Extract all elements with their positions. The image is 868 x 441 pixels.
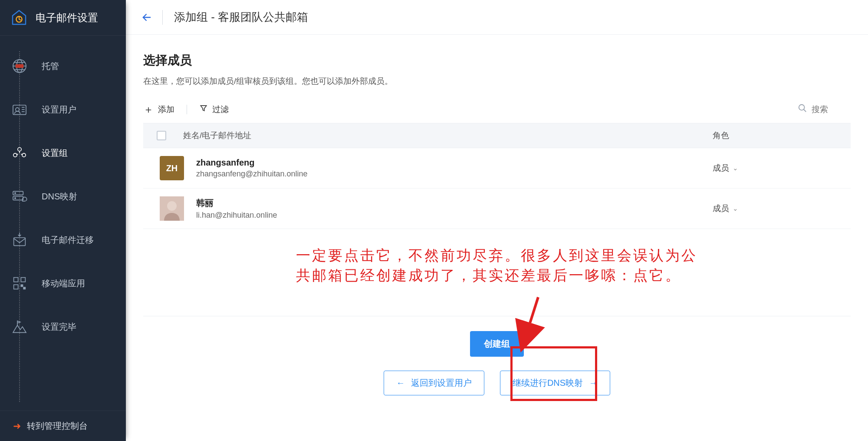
user-info: 韩丽 li.han@zhihuitan.online — [184, 197, 713, 220]
sidebar-item-label: 设置组 — [42, 147, 68, 159]
flag-mountain-icon — [10, 317, 30, 337]
topbar: 添加组 - 客服团队公共邮箱 — [126, 0, 868, 35]
id-card-icon — [10, 99, 30, 119]
server-cloud-icon — [10, 186, 30, 206]
table-header: 姓名/电子邮件地址 角色 — [143, 123, 851, 148]
page-title: 添加组 - 客服团队公共邮箱 — [174, 10, 308, 25]
section-description: 在这里，您可以添加成员/组审核员到该组。您也可以添加外部成员。 — [143, 76, 851, 87]
svg-point-18 — [15, 198, 16, 199]
toolbar-left: ＋ 添加 过滤 — [143, 104, 229, 115]
exit-arrow-icon: ➜ — [13, 421, 21, 432]
search-icon — [798, 103, 807, 115]
chevron-down-icon: ⌄ — [733, 164, 738, 172]
svg-rect-6 — [16, 65, 23, 68]
continue-label: 继续进行DNS映射 — [513, 377, 583, 389]
sidebar-item-label: 移动端应用 — [42, 278, 85, 289]
continue-dns-button[interactable]: 继续进行DNS映射 → — [500, 371, 610, 395]
group-icon — [10, 143, 30, 163]
svg-point-14 — [22, 153, 26, 157]
svg-point-13 — [13, 153, 17, 157]
footer-primary: 创建组 — [143, 316, 851, 365]
globe-icon — [10, 56, 30, 76]
arrow-left-icon: ← — [396, 378, 405, 388]
filter-icon — [199, 104, 208, 115]
svg-rect-24 — [23, 287, 25, 289]
user-name: zhangsanfeng — [196, 158, 713, 168]
main: 添加组 - 客服团队公共邮箱 选择成员 在这里，您可以添加成员/组审核员到该组。… — [126, 0, 868, 441]
toolbar-separator — [187, 105, 187, 114]
plus-icon: ＋ — [143, 104, 154, 115]
user-info: zhangsanfeng zhangsanfeng@zhihuitan.onli… — [184, 158, 713, 179]
user-name: 韩丽 — [196, 197, 713, 209]
role-selector[interactable]: 成员 ⌄ — [713, 203, 843, 214]
brand: 电子邮件设置 — [0, 0, 126, 36]
content: 选择成员 在这里，您可以添加成员/组审核员到该组。您也可以添加外部成员。 ＋ 添… — [126, 35, 868, 441]
select-all-checkbox[interactable] — [151, 131, 172, 140]
column-name: 姓名/电子邮件地址 — [172, 130, 713, 141]
table-row[interactable]: ZH zhangsanfeng zhangsanfeng@zhihuitan.o… — [143, 148, 851, 189]
add-label: 添加 — [158, 104, 174, 115]
svg-rect-23 — [21, 285, 23, 286]
role-label: 成员 — [713, 203, 729, 214]
toolbar: ＋ 添加 过滤 — [143, 103, 851, 115]
svg-rect-19 — [14, 238, 26, 245]
sidebar-item-users[interactable]: 设置用户 — [0, 88, 126, 131]
column-role: 角色 — [713, 130, 843, 141]
brand-title: 电子邮件设置 — [36, 11, 98, 25]
envelope-download-icon — [10, 230, 30, 250]
sidebar-footer-label: 转到管理控制台 — [27, 420, 88, 432]
footer-secondary: ← 返回到设置用户 继续进行DNS映射 → — [143, 365, 851, 408]
sidebar-item-groups[interactable]: 设置组 — [0, 131, 126, 175]
svg-point-8 — [16, 108, 19, 111]
user-email: zhangsanfeng@zhihuitan.online — [196, 169, 713, 179]
role-label: 成员 — [713, 162, 729, 174]
add-button[interactable]: ＋ 添加 — [143, 104, 174, 115]
sidebar-item-label: 托管 — [42, 60, 59, 72]
svg-rect-21 — [21, 278, 25, 282]
arrow-right-icon: → — [589, 378, 598, 388]
sidebar-item-label: DNS映射 — [42, 191, 77, 202]
sidebar-nav: 托管 设置用户 设 — [0, 36, 126, 411]
sidebar-item-label: 电子邮件迁移 — [42, 234, 94, 246]
qr-code-icon — [10, 273, 30, 293]
sidebar-item-label: 设置用户 — [42, 104, 76, 116]
svg-point-12 — [18, 148, 21, 151]
brand-logo-icon — [10, 8, 29, 27]
svg-rect-22 — [14, 285, 18, 289]
sidebar-footer-link[interactable]: ➜ 转到管理控制台 — [0, 411, 126, 441]
search-input[interactable] — [812, 105, 851, 114]
table-row[interactable]: 韩丽 li.han@zhihuitan.online 成员 ⌄ — [143, 189, 851, 229]
search-box[interactable] — [798, 103, 851, 115]
svg-line-26 — [804, 109, 806, 112]
avatar: ZH — [160, 156, 184, 180]
user-email: li.han@zhihuitan.online — [196, 211, 713, 220]
back-label: 返回到设置用户 — [411, 377, 472, 389]
filter-button[interactable]: 过滤 — [199, 104, 229, 115]
back-to-users-button[interactable]: ← 返回到设置用户 — [384, 371, 484, 395]
sidebar-item-dns[interactable]: DNS映射 — [0, 175, 126, 218]
svg-point-28 — [167, 201, 177, 211]
sidebar-item-migration[interactable]: 电子邮件迁移 — [0, 218, 126, 262]
section-title: 选择成员 — [143, 52, 851, 69]
create-group-button[interactable]: 创建组 — [470, 331, 524, 357]
sidebar: 电子邮件设置 托管 — [0, 0, 126, 441]
svg-point-25 — [799, 105, 805, 110]
svg-rect-20 — [14, 278, 18, 282]
filter-label: 过滤 — [212, 104, 229, 115]
back-button[interactable] — [139, 10, 155, 25]
svg-point-17 — [15, 192, 16, 194]
sidebar-item-mobile[interactable]: 移动端应用 — [0, 262, 126, 305]
role-selector[interactable]: 成员 ⌄ — [713, 162, 843, 174]
sidebar-item-hosting[interactable]: 托管 — [0, 44, 126, 88]
chevron-down-icon: ⌄ — [733, 205, 738, 212]
sidebar-item-finish[interactable]: 设置完毕 — [0, 305, 126, 348]
topbar-separator — [162, 10, 163, 25]
avatar — [160, 196, 184, 221]
sidebar-item-label: 设置完毕 — [42, 321, 76, 333]
